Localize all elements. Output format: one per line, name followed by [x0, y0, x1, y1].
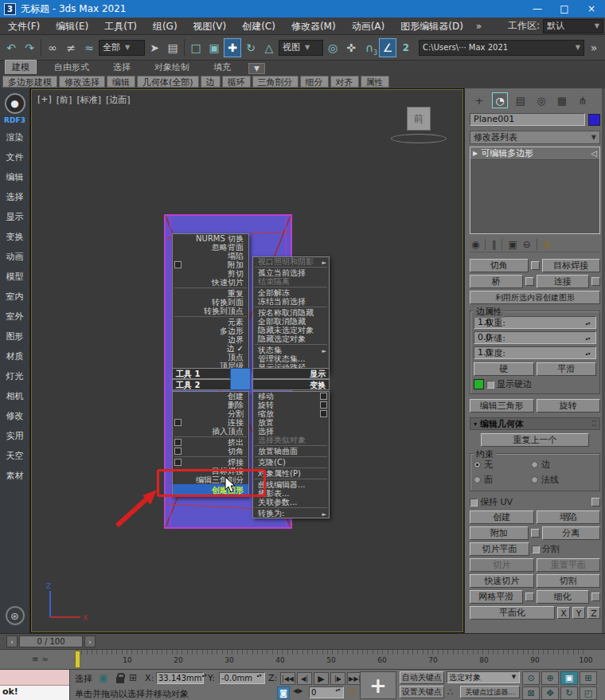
spinner-arrows-icon[interactable]: ▴▾ [584, 335, 592, 341]
quad-menu-item[interactable]: 顶点 [173, 353, 248, 362]
ribbon-panel-button[interactable]: 循环 [222, 76, 251, 88]
hard-button[interactable]: 硬 [474, 362, 534, 376]
quad-menu-item[interactable]: 视口照明和阴影 [253, 257, 329, 266]
plugin-menu-item[interactable]: 动画 [0, 247, 29, 267]
plugin-logo-icon[interactable]: ● [5, 93, 25, 114]
quad-menu-item[interactable]: 塌陷 [173, 252, 248, 260]
maximize-button[interactable]: □ [551, 0, 578, 18]
turn-button[interactable]: 旋转 [537, 399, 601, 413]
ribbon-panel-button[interactable]: 属性 [361, 76, 389, 88]
ribbon-panel-button[interactable]: 边 [201, 76, 221, 88]
plugin-menu-item[interactable]: 渲染 [0, 127, 29, 147]
ribbon-panel-button[interactable]: 几何体(全部) [137, 76, 199, 88]
hard-edge-color-swatch[interactable] [474, 379, 484, 389]
select-and-scale-button[interactable]: △ [260, 38, 278, 57]
plugin-menu-item[interactable]: 变换 [0, 227, 29, 247]
menu-overflow-chevron[interactable]: » [471, 21, 486, 32]
modifier-list-dropdown[interactable]: 修改器列表 ▼ [470, 131, 600, 144]
hierarchy-tab-icon[interactable]: ▤ [513, 92, 529, 108]
y-coordinate-field[interactable]: -0.0mm▴▾ [219, 672, 265, 684]
expand-arrow-icon[interactable]: ▶ [473, 150, 478, 157]
quad-menu-item[interactable]: 元素 [173, 318, 248, 327]
create-tab-icon[interactable]: + [471, 92, 487, 108]
plugin-menu-item[interactable]: 天空 [0, 446, 29, 466]
rectangular-selection-region-icon[interactable]: □ [187, 38, 205, 57]
next-frame-button[interactable]: |▶ [330, 672, 345, 685]
maximize-viewport-icon[interactable]: ◰ [580, 686, 597, 700]
modify-tab-icon[interactable]: ◔ [492, 92, 508, 108]
angle-snap-toggle-icon[interactable]: ∠ [379, 38, 396, 57]
pin-stack-icon[interactable]: ◉ [471, 239, 479, 250]
quad-menu-item[interactable]: 剪切 [173, 269, 248, 278]
constraint-normal-radio[interactable]: 法线 [531, 474, 588, 486]
menu-item[interactable]: 视图(V) [185, 18, 235, 35]
collapse-button[interactable]: 塌陷 [537, 510, 601, 524]
quad-menu-item[interactable]: 连接 [173, 418, 248, 427]
quad-menu-item[interactable]: 隐藏未选定对象 [253, 326, 329, 334]
menu-item[interactable]: 编辑(E) [48, 18, 96, 35]
modifier-stack[interactable]: ▶ 可编辑多边形 ◁ [470, 147, 600, 234]
window-crossing-icon[interactable]: ▣ [205, 38, 223, 57]
plugin-menu-item[interactable]: 材质 [0, 346, 29, 366]
menu-item[interactable]: 动画(A) [344, 18, 393, 35]
menu-item[interactable]: 修改器(M) [283, 18, 344, 35]
create-shape-button[interactable]: 利用所选内容创建图形 [470, 291, 600, 304]
quad-menu-item[interactable]: 选择 [253, 427, 329, 436]
show-end-result-icon[interactable]: ∥ [491, 239, 496, 250]
ribbon-panel-button[interactable]: 对齐 [330, 76, 359, 88]
constraint-edge-radio[interactable]: 边 [531, 459, 588, 471]
viewport[interactable]: [+] [前] [标准] [边面] 前 NURMS 切换忽略背面塌陷附加剪切快速… [30, 88, 464, 633]
settings-box-icon[interactable] [320, 410, 327, 417]
time-ruler[interactable]: ≡ ≈ 0102030405060708090100 [0, 649, 605, 669]
next-range-button[interactable]: › [84, 635, 96, 647]
selection-lock-region-icon[interactable]: ▣ [99, 672, 107, 683]
tessellate-settings-icon[interactable] [591, 592, 600, 601]
zoom-icon[interactable]: ⊙ [522, 671, 540, 685]
quickslice-button[interactable]: 快速切片 [470, 574, 534, 588]
quad-menu-item[interactable]: 全部取消隐藏 [253, 317, 329, 326]
configure-modifier-sets-icon[interactable]: ≣ [543, 239, 551, 250]
menu-item[interactable]: 图形编辑器(D) [392, 18, 471, 35]
edit-geometry-header[interactable]: ▾ 编辑几何体 ⁚⁚ [470, 417, 600, 430]
quad-menu-item[interactable]: 放置 [253, 418, 329, 427]
remove-modifier-icon[interactable]: ⊖ [523, 239, 531, 250]
minimize-button[interactable]: — [524, 0, 551, 18]
quad-menu-item[interactable]: 关联参数... [253, 498, 329, 506]
unlink-selection-icon[interactable]: ≠ [62, 38, 80, 57]
quad-menu-item[interactable]: 转换为: [253, 509, 329, 518]
plugin-menu-item[interactable]: 显示 [0, 207, 29, 227]
quad-menu-item[interactable]: 重复 [173, 289, 248, 298]
settings-box-icon[interactable] [174, 459, 182, 466]
previous-frame-button[interactable]: ◀| [297, 672, 312, 685]
quad-menu-item[interactable]: 删除 [173, 401, 248, 409]
spinner-arrows-icon[interactable]: ▴▾ [584, 320, 592, 326]
make-unique-icon[interactable]: ▣ [508, 239, 517, 250]
viewcube[interactable]: 前 [407, 107, 431, 131]
quad-menu-item[interactable]: 旋转 [253, 401, 329, 409]
percent-snap-toggle-icon[interactable]: 2 [397, 38, 415, 57]
repeat-last-button[interactable]: 重复上一个 [481, 433, 589, 447]
planar-z-button[interactable]: Z [587, 607, 600, 619]
zoom-region-icon[interactable]: ⊠ [522, 686, 540, 700]
current-frame-field[interactable]: 0▴▾ [309, 686, 344, 698]
ribbon-tab[interactable]: 自由形式 [48, 61, 96, 74]
ribbon-tab[interactable]: 填充 [207, 61, 237, 74]
quad-menu-item[interactable]: 分割 [173, 409, 248, 418]
quad-menu-item[interactable]: 挤出 [173, 438, 248, 447]
ribbon-panel-button[interactable]: 修改选择 [59, 76, 105, 88]
toolbar-overflow-chevron[interactable]: » [585, 38, 603, 57]
msmooth-settings-icon[interactable] [525, 592, 534, 601]
make-planar-button[interactable]: 平面化 [470, 606, 555, 620]
constraint-face-radio[interactable]: 面 [474, 474, 531, 486]
settings-box-icon[interactable] [174, 448, 182, 455]
target-weld-button[interactable]: 目标焊接 [542, 259, 601, 272]
utilities-tab-icon[interactable]: ⋔ [575, 92, 591, 108]
selection-filter-dropdown[interactable]: 全部 ▼ [99, 40, 145, 56]
plugin-menu-item[interactable]: 文件 [0, 147, 29, 167]
chamfer-button[interactable]: 切角 [470, 259, 529, 272]
snaps-toggle-icon[interactable]: ∩3 [361, 38, 378, 57]
select-and-move-button[interactable]: ✚ [224, 38, 241, 57]
zoom-all-icon[interactable]: ⊕ [541, 671, 559, 685]
orbit-icon[interactable]: ↻ [560, 686, 578, 700]
settings-box-icon[interactable] [174, 261, 182, 268]
